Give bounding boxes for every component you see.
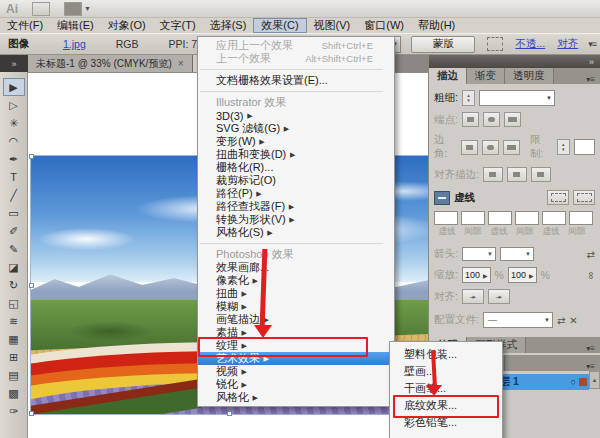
eyedropper-tool[interactable]: ✑ (3, 402, 25, 420)
menu-item[interactable]: 上一个效果 Alt+Shift+Ctrl+E (198, 52, 394, 65)
workspace-caret-icon[interactable]: ▼ (84, 5, 91, 12)
menu-item[interactable]: 风格化 ▶ (198, 391, 394, 404)
menubar-item[interactable]: 帮助(H) (411, 18, 462, 33)
isolate-icon[interactable] (487, 37, 503, 51)
menu-item[interactable]: 文档栅格效果设置(E)... (198, 74, 394, 87)
limit-input[interactable] (574, 139, 595, 155)
paintbrush-tool[interactable]: ✐ (3, 222, 25, 240)
eraser-tool[interactable]: ◪ (3, 258, 25, 276)
weight-stepper[interactable]: ▴▾ (462, 90, 475, 106)
width-tool[interactable]: ≋ (3, 312, 25, 330)
cap-round-button[interactable] (483, 112, 500, 127)
dash-pattern-input[interactable] (515, 211, 539, 225)
align-stroke-center-button[interactable] (483, 167, 503, 182)
menu-item[interactable]: Illustrator 效果 (198, 96, 394, 109)
scroll-up-icon[interactable]: ▲ (589, 371, 600, 389)
pencil-tool[interactable]: ✎ (3, 240, 25, 258)
align-stroke-outside-button[interactable] (531, 167, 551, 182)
magic-wand-tool[interactable]: ✳ (3, 114, 25, 132)
menubar-item[interactable]: 编辑(E) (50, 18, 101, 33)
document-tab[interactable]: 未标题-1 @ 33% (CMYK/预览) × (28, 55, 193, 72)
scale-start-input[interactable]: 100 ▶ (462, 267, 491, 283)
controlbar-menu-icon[interactable]: ▾≡ (588, 39, 596, 49)
spinner-icon[interactable]: ▶ (529, 272, 534, 279)
arrowhead-end-combo[interactable]: ▼ (500, 247, 534, 261)
profile-combo[interactable]: — ▼ (483, 312, 553, 328)
arrowhead-start-combo[interactable]: ▼ (462, 247, 496, 261)
panel-menu-icon[interactable]: ▾≡ (581, 362, 600, 371)
tools-panel-collapse-icon[interactable]: » (0, 55, 28, 72)
corner-round-button[interactable] (482, 140, 499, 155)
selection-tool[interactable]: ▶ (3, 78, 25, 96)
dashed-line-checkbox[interactable] (434, 191, 450, 205)
menu-item[interactable]: 风格化(S) ▶ (198, 226, 394, 239)
cap-projecting-button[interactable] (504, 112, 521, 127)
tool-icon: ▭ (8, 207, 18, 220)
dock-collapse-icon[interactable]: » (589, 57, 594, 67)
dash-align-button[interactable] (573, 190, 595, 205)
scale-tool[interactable]: ◱ (3, 294, 25, 312)
cap-butt-button[interactable] (462, 112, 479, 127)
line-segment-tool[interactable]: ╱ (3, 186, 25, 204)
dash-pattern-input[interactable] (461, 211, 485, 225)
corner-miter-button[interactable] (461, 140, 478, 155)
swap-arrowheads-icon[interactable]: ⇄ (587, 249, 595, 260)
flip-along-icon[interactable]: ⇄ (557, 315, 565, 326)
align-link[interactable]: 对齐 (557, 37, 578, 51)
shape-builder-tool[interactable]: ⊞ (3, 348, 25, 366)
type-tool[interactable]: T (3, 168, 25, 186)
gradient-tool[interactable]: ▩ (3, 384, 25, 402)
dash-pattern-input[interactable] (542, 211, 566, 225)
link-scale-icon[interactable]: ∞ (586, 271, 597, 278)
weight-combo[interactable]: ▼ (479, 90, 555, 106)
target-circle-icon[interactable]: ○ (571, 377, 576, 387)
limit-stepper[interactable]: ▴▾ (557, 139, 570, 155)
corner-bevel-button[interactable] (503, 140, 520, 155)
submenu-item[interactable]: 塑料包装... (390, 346, 502, 363)
dash-preserve-button[interactable] (547, 190, 569, 205)
panel-menu-icon[interactable]: ▾≡ (581, 75, 600, 84)
panel-tab[interactable]: 渐变 (467, 68, 505, 84)
dash-pattern-input[interactable] (569, 211, 593, 225)
lasso-tool[interactable]: ◠ (3, 132, 25, 150)
menubar-item[interactable]: 选择(S) (203, 18, 254, 33)
submenu-item[interactable]: 壁画... (390, 363, 502, 380)
rotate-tool[interactable]: ↻ (3, 276, 25, 294)
dash-pattern-input[interactable] (488, 211, 512, 225)
menubar-item-label: 效果(C) (261, 18, 298, 33)
dash-pattern-input[interactable] (434, 211, 458, 225)
selection-color-indicator[interactable] (579, 378, 587, 386)
align-stroke-inside-button[interactable] (507, 167, 527, 182)
menubar-item[interactable]: 窗口(W) (357, 18, 411, 33)
bridge-icon[interactable] (32, 2, 50, 16)
submenu-arrow-icon: ▶ (238, 290, 247, 298)
menubar-item[interactable]: 视图(V) (307, 18, 358, 33)
spinner-icon[interactable]: ▶ (483, 272, 488, 279)
panel-menu-icon[interactable]: ▾≡ (581, 344, 600, 353)
selection-handle[interactable] (227, 411, 232, 416)
panel-tab[interactable]: 透明度 (505, 68, 554, 84)
tab-close-icon[interactable]: × (178, 58, 184, 69)
dropdown-icon: ▼ (544, 317, 550, 323)
selection-handle[interactable] (29, 411, 34, 416)
menubar-item[interactable]: 文件(F) (0, 18, 50, 33)
panel-tab[interactable]: 描边 (429, 68, 467, 84)
direct-selection-tool[interactable]: ▷ (3, 96, 25, 114)
pen-tool[interactable]: ✒ (3, 150, 25, 168)
mask-button[interactable]: 蒙版 (411, 36, 475, 53)
workspace-icon[interactable] (64, 2, 82, 16)
menubar-item[interactable]: 文字(T) (153, 18, 203, 33)
rectangle-tool[interactable]: ▭ (3, 204, 25, 222)
menubar-item[interactable]: 对象(O) (101, 18, 153, 33)
menubar-item[interactable]: 效果(C) (253, 18, 306, 33)
free-transform-tool[interactable]: ▦ (3, 330, 25, 348)
filename-link[interactable]: 1.jpg (63, 38, 86, 50)
scale-end-input[interactable]: 100 ▶ (508, 267, 537, 283)
selection-handle[interactable] (29, 283, 34, 288)
align-arrow-tip-button[interactable]: ➛ (462, 289, 484, 304)
align-arrow-end-button[interactable]: ➛ (488, 289, 510, 304)
selection-handle[interactable] (29, 154, 34, 159)
opacity-link[interactable]: 不透... (515, 37, 545, 51)
mesh-tool[interactable]: ▤ (3, 366, 25, 384)
flip-across-icon[interactable]: ✕ (569, 315, 577, 326)
